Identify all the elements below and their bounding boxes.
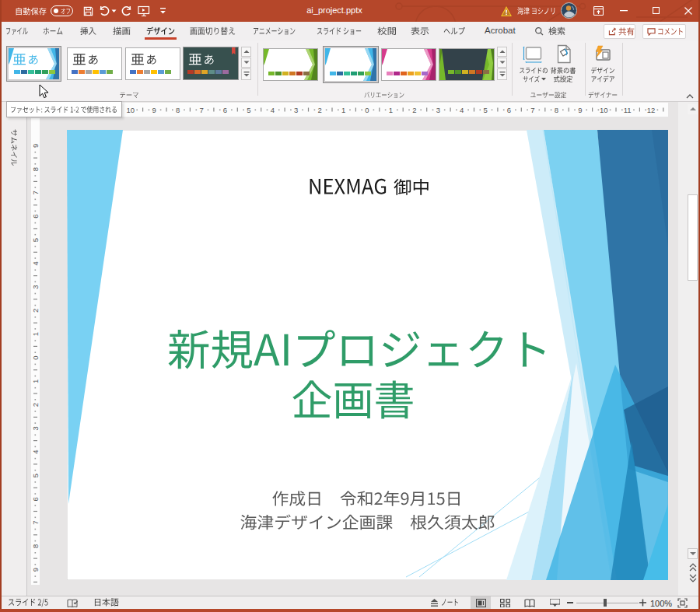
- svg-text:7: 7: [31, 191, 40, 194]
- svg-text:6: 6: [507, 106, 511, 114]
- svg-text:4: 4: [31, 450, 40, 454]
- svg-text:12: 12: [647, 106, 656, 114]
- svg-text:7: 7: [530, 106, 534, 114]
- svg-text:8: 8: [31, 167, 40, 171]
- svg-text:2: 2: [31, 403, 40, 407]
- svg-text:5: 5: [483, 106, 487, 114]
- svg-text:4: 4: [271, 106, 275, 114]
- svg-text:7: 7: [199, 106, 203, 114]
- svg-text:8: 8: [176, 106, 180, 114]
- svg-text:10: 10: [127, 106, 135, 114]
- svg-text:9: 9: [578, 106, 582, 114]
- svg-text:5: 5: [31, 474, 40, 477]
- svg-text:2: 2: [412, 106, 416, 114]
- svg-text:3: 3: [31, 285, 40, 289]
- svg-text:6: 6: [223, 106, 227, 114]
- svg-text:3: 3: [31, 426, 40, 430]
- svg-text:5: 5: [31, 238, 40, 242]
- svg-text:3: 3: [436, 106, 440, 114]
- svg-text:2: 2: [318, 106, 322, 114]
- svg-text:6: 6: [31, 215, 40, 219]
- svg-text:4: 4: [31, 261, 40, 265]
- svg-text:4: 4: [460, 106, 464, 114]
- svg-text:8: 8: [555, 106, 558, 114]
- svg-text:8: 8: [31, 544, 40, 548]
- svg-text:0: 0: [31, 355, 40, 359]
- svg-text:0: 0: [365, 106, 369, 114]
- svg-text:10: 10: [600, 106, 608, 114]
- svg-text:1: 1: [389, 106, 393, 114]
- svg-text:9: 9: [31, 144, 40, 148]
- svg-text:6: 6: [31, 497, 40, 501]
- svg-text:5: 5: [247, 106, 250, 114]
- svg-text:7: 7: [31, 520, 40, 524]
- svg-text:9: 9: [152, 106, 156, 114]
- svg-text:3: 3: [294, 106, 298, 114]
- svg-text:1: 1: [341, 106, 345, 114]
- svg-text:2: 2: [31, 309, 40, 313]
- svg-text:11: 11: [624, 106, 632, 114]
- svg-text:1: 1: [31, 332, 40, 336]
- svg-text:1: 1: [31, 379, 40, 383]
- svg-text:9: 9: [31, 568, 40, 572]
